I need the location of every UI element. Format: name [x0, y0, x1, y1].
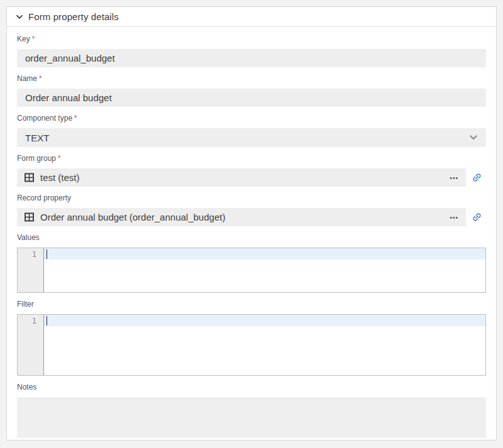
link-icon	[472, 172, 482, 183]
values-label: Values	[17, 234, 486, 241]
values-editor-gutter: 1	[18, 248, 44, 292]
required-asterisk: *	[32, 35, 35, 43]
name-label: Name*	[17, 75, 486, 82]
panel-title: Form property details	[28, 11, 119, 22]
table-icon	[25, 212, 34, 222]
record-property-value: Order annual budget (order_annual_budget…	[40, 212, 445, 222]
field-notes: Notes	[17, 383, 486, 440]
notes-textarea[interactable]	[17, 397, 486, 438]
panel-body: Key* Name* Component type* TEXT Form gro…	[7, 27, 496, 440]
key-label: Key*	[17, 35, 486, 43]
required-asterisk: *	[39, 74, 42, 83]
values-code-editor[interactable]: 1	[17, 248, 486, 293]
link-icon	[472, 212, 482, 222]
active-line-highlight	[44, 315, 485, 326]
field-form-group: Form group* test (test) •••	[17, 155, 486, 187]
required-asterisk: *	[74, 114, 77, 123]
filter-editor-content[interactable]	[44, 315, 485, 375]
active-line-highlight	[44, 248, 485, 260]
name-input[interactable]	[17, 89, 486, 107]
form-group-value: test (test)	[40, 172, 445, 183]
record-property-picker[interactable]: Order annual budget (order_annual_budget…	[17, 208, 466, 226]
form-group-more-button[interactable]: •••	[445, 174, 458, 182]
panel-header-toggle[interactable]: Form property details	[7, 7, 496, 27]
field-values: Values 1	[17, 234, 486, 293]
table-icon	[25, 173, 34, 182]
line-number: 1	[18, 249, 36, 260]
component-type-selected-value: TEXT	[25, 133, 49, 143]
values-editor-content[interactable]	[44, 248, 485, 292]
record-property-more-button[interactable]: •••	[445, 214, 458, 221]
form-property-details-panel: Form property details Key* Name* Compone…	[6, 6, 497, 440]
form-group-label: Form group*	[17, 155, 486, 162]
filter-code-editor[interactable]: 1	[17, 314, 486, 376]
field-key: Key*	[17, 35, 486, 67]
record-property-label: Record property	[17, 194, 486, 202]
chevron-down-icon	[16, 13, 23, 21]
record-property-link-button[interactable]	[467, 208, 486, 226]
field-record-property: Record property Order annual budget (ord…	[17, 194, 486, 226]
field-filter: Filter 1	[17, 300, 486, 376]
chevron-down-icon	[468, 133, 478, 143]
key-input[interactable]	[17, 49, 486, 67]
line-number: 1	[18, 316, 36, 327]
required-asterisk: *	[58, 154, 61, 163]
field-component-type: Component type* TEXT	[17, 114, 486, 147]
field-name: Name*	[17, 75, 486, 107]
notes-label: Notes	[17, 383, 486, 391]
component-type-select[interactable]: TEXT	[17, 128, 486, 147]
filter-editor-gutter: 1	[18, 315, 44, 375]
component-type-label: Component type*	[17, 114, 486, 122]
form-group-picker[interactable]: test (test) •••	[17, 168, 466, 187]
text-caret	[47, 249, 47, 259]
text-caret	[47, 316, 47, 325]
form-group-link-button[interactable]	[467, 168, 486, 187]
filter-label: Filter	[17, 300, 486, 308]
